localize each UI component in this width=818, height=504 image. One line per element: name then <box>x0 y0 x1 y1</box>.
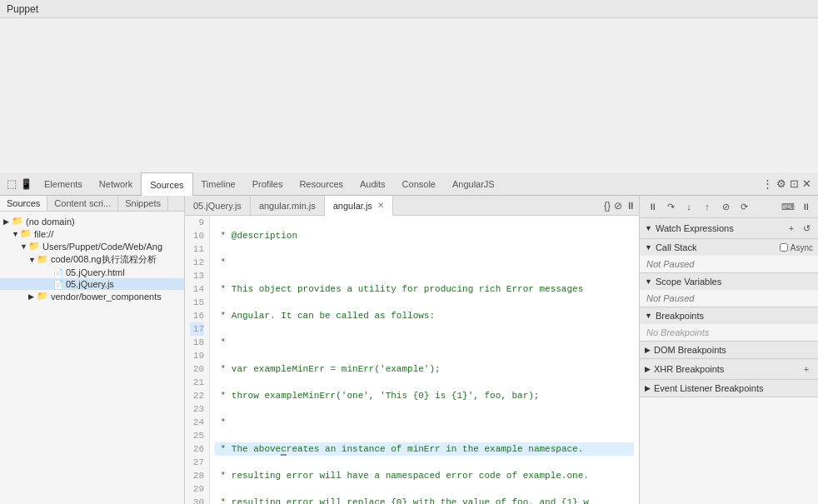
add-watch-button[interactable]: + <box>785 222 798 235</box>
folder-icon: 📁 <box>12 216 23 227</box>
async-call-stack-button[interactable]: ⟳ <box>736 199 751 214</box>
watch-expressions-section: ▼ Watch Expressions + ↺ <box>640 218 818 239</box>
async-text: Async <box>791 243 813 252</box>
tree-label: 05.jQuery.js <box>66 279 114 289</box>
code-tab-jquery-js[interactable]: 05.jQuery.js <box>185 196 251 216</box>
folder-icon: 📁 <box>20 228 32 239</box>
devtools-main: Sources Content scri... Snippets ▶ 📁 (no… <box>0 196 818 504</box>
customize-icon[interactable]: ⋮ <box>762 177 773 190</box>
watch-section-controls: + ↺ <box>785 222 813 235</box>
pause-icon[interactable]: ⏸ <box>626 200 636 212</box>
close-devtools-icon[interactable]: ✕ <box>802 177 811 190</box>
app-title-text: Puppet <box>7 3 38 15</box>
section-label: Scope Variables <box>656 277 721 287</box>
code-editor: 910111213 1415161718 1920212223 24252627… <box>185 216 639 504</box>
sources-tab-snippets[interactable]: Snippets <box>118 196 168 211</box>
watch-expressions-header[interactable]: ▼ Watch Expressions + ↺ <box>640 218 818 238</box>
tree-label: 05.jQuery.html <box>66 267 125 277</box>
call-stack-header[interactable]: ▼ Call Stack Async <box>640 239 818 256</box>
arrow-icon: ▶ <box>645 384 651 392</box>
tree-label: Users/Puppet/Code/Web/Ang <box>42 242 162 252</box>
breakpoints-header[interactable]: ▼ Breakpoints <box>640 307 818 324</box>
call-stack-content: Not Paused <box>640 256 818 272</box>
code-content[interactable]: * @description * * This object provides … <box>210 216 639 504</box>
devtools-container: ⬚ 📱 Elements Network Sources Timeline Pr… <box>0 172 818 504</box>
step-out-button[interactable]: ↑ <box>700 199 715 214</box>
async-checkbox[interactable] <box>780 243 788 252</box>
arrow-icon: ▼ <box>645 243 652 252</box>
step-over-button[interactable]: ↷ <box>663 199 678 214</box>
arrow-icon: ▼ <box>20 242 28 251</box>
tree-label: (no domain) <box>26 217 75 227</box>
arrow-icon: ▼ <box>645 277 652 286</box>
scope-variables-header[interactable]: ▼ Scope Variables <box>640 273 818 290</box>
folder-icon: 📁 <box>37 291 48 302</box>
breakpoints-icon[interactable]: ⊘ <box>614 200 622 212</box>
tree-item-vendor[interactable]: ▶ 📁 vendor/bower_components <box>0 290 184 302</box>
device-icon[interactable]: 📱 <box>20 178 32 190</box>
file-tree: ▶ 📁 (no domain) ▼ 📁 file:// ▼ 📁 Users/Pu… <box>0 212 184 504</box>
section-label: DOM Breakpoints <box>654 345 726 355</box>
add-xhr-button[interactable]: + <box>800 362 813 376</box>
section-label: XHR Breakpoints <box>654 364 724 374</box>
tab-sources[interactable]: Sources <box>141 172 192 196</box>
arrow-icon: ▶ <box>28 292 37 301</box>
section-label: Breakpoints <box>656 311 704 321</box>
event-listener-breakpoints-section: ▶ Event Listener Breakpoints <box>640 380 818 397</box>
sources-tab-content-scripts[interactable]: Content scri... <box>47 196 118 211</box>
tab-timeline[interactable]: Timeline <box>193 172 244 196</box>
section-label: Watch Expressions <box>656 223 734 233</box>
arrow-icon: ▼ <box>12 230 20 238</box>
async-label: Async <box>780 243 813 252</box>
section-label: Call Stack <box>656 242 697 252</box>
breakpoints-section: ▼ Breakpoints No Breakpoints <box>640 307 818 342</box>
tree-item-no-domain[interactable]: ▶ 📁 (no domain) <box>0 215 184 227</box>
debugger-panel: ⏸ ↷ ↓ ↑ ⊘ ⟳ ⌨ ⏸ ▼ Watch Expressions + <box>639 196 818 504</box>
code-tab-label: angular.min.js <box>259 201 316 211</box>
deactivate-breakpoints-button[interactable]: ⊘ <box>718 199 733 214</box>
inspect-icon[interactable]: ⬚ <box>7 177 17 190</box>
tab-console[interactable]: Console <box>394 172 444 196</box>
tree-item-jquery-html[interactable]: 📄 05.jQuery.html <box>0 267 184 278</box>
tree-item-jquery-js[interactable]: 📄 05.jQuery.js <box>0 278 184 290</box>
pause-button[interactable]: ⏸ <box>645 199 660 214</box>
xhr-breakpoints-section: ▶ XHR Breakpoints + <box>640 359 818 380</box>
step-into-button[interactable]: ↓ <box>681 199 696 214</box>
tab-resources[interactable]: Resources <box>291 172 352 196</box>
tab-angularjs[interactable]: AngularJS <box>444 172 503 196</box>
devtools-toolbar-left: ⬚ 📱 <box>3 177 36 190</box>
sources-left-panel: Sources Content scri... Snippets ▶ 📁 (no… <box>0 196 185 504</box>
file-icon: 📄 <box>53 268 63 277</box>
xhr-breakpoints-header[interactable]: ▶ XHR Breakpoints + <box>640 359 818 379</box>
code-tab-label: angular.js <box>333 201 372 211</box>
code-tab-angular[interactable]: angular.js ✕ <box>325 196 393 216</box>
tree-label: file:// <box>34 229 53 239</box>
code-editor-panel: 05.jQuery.js angular.min.js angular.js ✕… <box>185 196 639 504</box>
tree-label: vendor/bower_components <box>51 292 162 302</box>
tab-network[interactable]: Network <box>91 172 141 196</box>
tab-profiles[interactable]: Profiles <box>244 172 292 196</box>
tree-item-users-puppet[interactable]: ▼ 📁 Users/Puppet/Code/Web/Ang <box>0 240 184 252</box>
settings-icon[interactable]: ⚙ <box>776 177 786 190</box>
pretty-print-button[interactable]: ⏸ <box>798 199 813 214</box>
code-tab-close-icon[interactable]: ✕ <box>377 201 384 210</box>
pretty-print-icon[interactable]: {} <box>604 200 611 212</box>
debugger-toolbar: ⏸ ↷ ↓ ↑ ⊘ ⟳ ⌨ ⏸ <box>640 196 818 218</box>
sources-panel-tabs: Sources Content scri... Snippets <box>0 196 184 212</box>
dom-breakpoints-header[interactable]: ▶ DOM Breakpoints <box>640 342 818 358</box>
scope-variables-section: ▼ Scope Variables Not Paused <box>640 273 818 307</box>
tab-elements[interactable]: Elements <box>36 172 91 196</box>
tree-item-file[interactable]: ▼ 📁 file:// <box>0 227 184 240</box>
tree-item-code-008[interactable]: ▼ 📁 code/008.ng执行流程分析 <box>0 252 184 267</box>
console-drawer-button[interactable]: ⌨ <box>781 199 796 214</box>
app-title: Puppet <box>0 0 818 18</box>
sources-tab-sources[interactable]: Sources <box>0 196 47 211</box>
arrow-icon: ▼ <box>28 256 37 264</box>
tab-audits[interactable]: Audits <box>352 172 394 196</box>
breakpoints-content: No Breakpoints <box>640 324 818 341</box>
arrow-icon: ▶ <box>645 346 651 354</box>
refresh-watch-button[interactable]: ↺ <box>800 222 813 235</box>
event-listener-breakpoints-header[interactable]: ▶ Event Listener Breakpoints <box>640 380 818 397</box>
dock-icon[interactable]: ⊡ <box>790 177 799 190</box>
code-tab-angular-min[interactable]: angular.min.js <box>251 196 325 216</box>
